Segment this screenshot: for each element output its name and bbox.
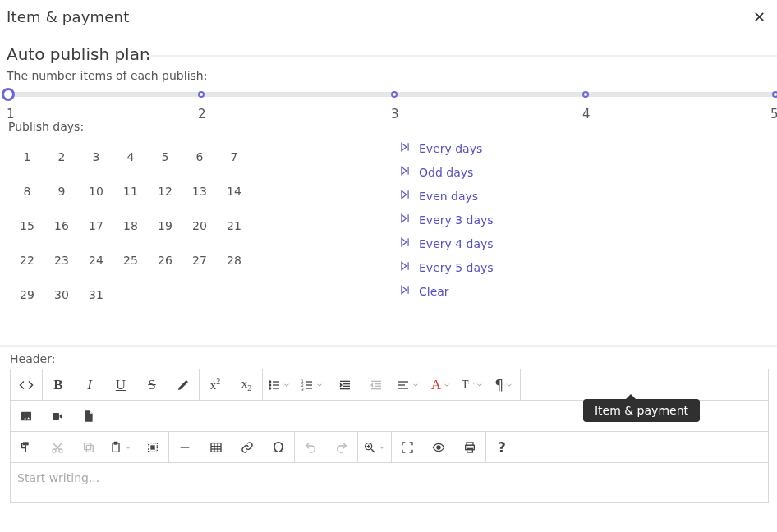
calendar-day[interactable]: 22 bbox=[10, 243, 44, 277]
calendar-day[interactable]: 11 bbox=[113, 174, 148, 209]
toolbar-row-2 bbox=[11, 401, 768, 432]
calendar-day[interactable]: 20 bbox=[182, 209, 217, 243]
calendar-day[interactable]: 8 bbox=[10, 174, 44, 209]
italic-button[interactable]: I bbox=[74, 369, 105, 400]
calendar-day[interactable]: 15 bbox=[10, 209, 44, 243]
calendar-day[interactable]: 25 bbox=[113, 243, 148, 277]
skip-forward-icon bbox=[399, 236, 411, 250]
calendar-day[interactable]: 3 bbox=[79, 140, 113, 174]
slider-tick-3 bbox=[391, 91, 398, 98]
underline-button[interactable]: U bbox=[105, 369, 136, 400]
undo-button[interactable] bbox=[295, 432, 326, 462]
table-button[interactable] bbox=[200, 432, 232, 462]
calendar-day[interactable]: 14 bbox=[217, 174, 251, 209]
outdent-button[interactable] bbox=[361, 369, 392, 400]
font-size-button[interactable]: TT bbox=[457, 369, 489, 400]
help-button[interactable]: ? bbox=[486, 432, 517, 462]
calendar-day[interactable]: 4 bbox=[113, 140, 148, 174]
redo-button[interactable] bbox=[326, 432, 357, 462]
items-count-label: The number items of each publish: bbox=[7, 69, 777, 82]
zoom-button[interactable] bbox=[358, 432, 391, 462]
special-char-button[interactable]: Ω bbox=[263, 432, 294, 462]
preset-label: Clear bbox=[419, 285, 449, 298]
preset-button[interactable]: Every 5 days bbox=[399, 260, 494, 274]
bold-button[interactable]: B bbox=[43, 369, 74, 400]
highlight-button[interactable] bbox=[168, 369, 199, 400]
calendar-day[interactable]: 24 bbox=[79, 243, 113, 277]
slider-tick-2 bbox=[198, 91, 205, 98]
preset-button[interactable]: Every 3 days bbox=[399, 213, 494, 227]
insert-video-button[interactable] bbox=[42, 401, 73, 431]
items-count-slider[interactable]: 1 2 3 4 5 bbox=[0, 87, 777, 120]
calendar-day[interactable]: 16 bbox=[44, 209, 79, 243]
align-button[interactable] bbox=[392, 369, 425, 400]
calendar-day[interactable]: 31 bbox=[79, 277, 113, 312]
ordered-list-button[interactable]: 123 bbox=[296, 369, 329, 400]
calendar-day[interactable]: 17 bbox=[79, 209, 113, 243]
calendar-day[interactable]: 28 bbox=[217, 243, 251, 277]
svg-point-16 bbox=[269, 388, 271, 389]
close-icon[interactable]: ✕ bbox=[753, 8, 770, 25]
calendar-day[interactable]: 6 bbox=[182, 140, 217, 174]
source-code-button[interactable] bbox=[11, 369, 42, 400]
svg-rect-41 bbox=[23, 442, 29, 445]
svg-point-62 bbox=[437, 446, 440, 449]
slider-label-1: 1 bbox=[7, 107, 15, 122]
publish-days-label: Publish days: bbox=[8, 120, 777, 133]
editor-content-area[interactable]: Start writing... bbox=[11, 463, 768, 502]
svg-point-38 bbox=[24, 414, 25, 415]
paste-button[interactable] bbox=[104, 432, 137, 462]
svg-rect-53 bbox=[211, 443, 221, 452]
insert-image-button[interactable] bbox=[11, 401, 42, 431]
fullscreen-button[interactable] bbox=[392, 432, 423, 462]
print-button[interactable] bbox=[454, 432, 485, 462]
preset-button[interactable]: Clear bbox=[399, 284, 494, 298]
indent-button[interactable] bbox=[329, 369, 361, 400]
calendar-day[interactable]: 27 bbox=[182, 243, 217, 277]
preset-button[interactable]: Every 4 days bbox=[399, 236, 494, 250]
calendar-day[interactable]: 26 bbox=[148, 243, 182, 277]
calendar-day[interactable]: 18 bbox=[113, 209, 148, 243]
svg-rect-39 bbox=[53, 413, 59, 420]
subscript-button[interactable]: x2 bbox=[231, 369, 262, 400]
slider-label-3: 3 bbox=[391, 107, 399, 122]
slider-label-2: 2 bbox=[198, 107, 206, 122]
paragraph-format-button[interactable]: ¶ bbox=[489, 369, 520, 400]
copy-button[interactable] bbox=[73, 432, 104, 462]
calendar-day[interactable]: 12 bbox=[148, 174, 182, 209]
skip-forward-icon bbox=[399, 141, 411, 155]
calendar-day[interactable]: 5 bbox=[148, 140, 182, 174]
calendar-day[interactable]: 1 bbox=[10, 140, 44, 174]
strikethrough-button[interactable]: S bbox=[136, 369, 168, 400]
format-painter-button[interactable] bbox=[11, 432, 42, 462]
calendar-day[interactable]: 2 bbox=[44, 140, 79, 174]
calendar-day[interactable]: 9 bbox=[44, 174, 79, 209]
horizontal-rule-button[interactable] bbox=[169, 432, 200, 462]
calendar-day[interactable]: 10 bbox=[79, 174, 113, 209]
svg-rect-46 bbox=[86, 445, 93, 452]
preset-label: Every 5 days bbox=[419, 261, 494, 274]
calendar-day[interactable]: 29 bbox=[10, 277, 44, 312]
slider-label-4: 4 bbox=[582, 107, 591, 122]
toolbar-row-1: B I U S x2 x2 123 bbox=[11, 369, 768, 401]
link-button[interactable] bbox=[232, 432, 263, 462]
preset-button[interactable]: Every days bbox=[399, 141, 494, 155]
preset-button[interactable]: Odd days bbox=[399, 165, 494, 179]
calendar-day[interactable]: 13 bbox=[182, 174, 217, 209]
calendar-day[interactable]: 21 bbox=[217, 209, 251, 243]
select-all-button[interactable] bbox=[137, 432, 168, 462]
text-color-button[interactable]: A bbox=[425, 369, 457, 400]
calendar-day[interactable]: 19 bbox=[148, 209, 182, 243]
cut-button[interactable] bbox=[42, 432, 73, 462]
calendar-day[interactable]: 7 bbox=[217, 140, 251, 174]
unordered-list-button[interactable] bbox=[263, 369, 296, 400]
svg-rect-51 bbox=[150, 445, 154, 449]
header-field-label: Header: bbox=[10, 352, 777, 365]
slider-knob[interactable] bbox=[2, 88, 15, 101]
insert-file-button[interactable] bbox=[73, 401, 104, 431]
preset-button[interactable]: Even days bbox=[399, 189, 494, 203]
superscript-button[interactable]: x2 bbox=[200, 369, 231, 400]
calendar-day[interactable]: 30 bbox=[44, 277, 79, 312]
calendar-day[interactable]: 23 bbox=[44, 243, 79, 277]
preview-button[interactable] bbox=[423, 432, 454, 462]
